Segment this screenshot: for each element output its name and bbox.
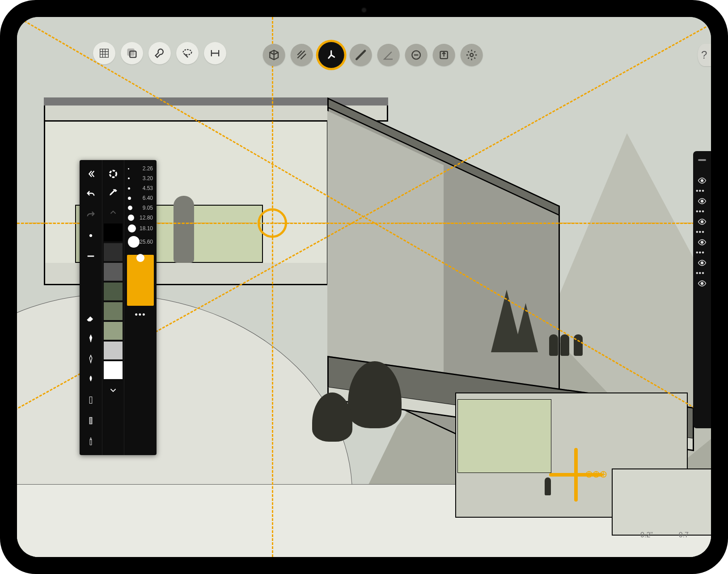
app-screen: ✈ xyxy=(17,17,711,557)
spacer xyxy=(82,288,100,306)
brush-size-label: 4.53 xyxy=(143,185,153,191)
grid-icon[interactable] xyxy=(93,42,115,64)
drag-handle-icon[interactable] xyxy=(698,159,706,161)
small-brush-icon[interactable] xyxy=(82,227,100,245)
tool-panel: 2.263.204.536.409.0512.8018.1025.60 ••• xyxy=(80,160,157,455)
vertical-guide[interactable] xyxy=(272,17,273,557)
brush-size-option[interactable]: 6.40 xyxy=(127,193,154,203)
layer-visibility-toggle[interactable] xyxy=(696,277,708,290)
svg-rect-7 xyxy=(89,397,92,404)
pencil-ruler-icon[interactable] xyxy=(350,44,372,66)
svg-point-15 xyxy=(701,262,703,264)
brush-size-option[interactable]: 3.20 xyxy=(127,173,154,183)
svg-point-12 xyxy=(701,200,703,203)
color-swatch[interactable] xyxy=(104,263,123,281)
pencil-tool-icon[interactable] xyxy=(82,432,100,450)
line-tool-icon[interactable] xyxy=(82,247,100,265)
wrench-icon[interactable] xyxy=(148,42,171,64)
vanishing-point-handle[interactable] xyxy=(258,208,287,238)
svg-rect-0 xyxy=(128,49,134,55)
color-swatch[interactable] xyxy=(104,342,123,359)
color-swatch[interactable] xyxy=(104,322,123,340)
svg-point-11 xyxy=(701,180,703,182)
brush-size-option[interactable]: 25.60 xyxy=(127,234,154,249)
layer-visibility-toggle[interactable] xyxy=(696,236,708,249)
redo-icon[interactable] xyxy=(82,206,100,224)
brush-size-label: 6.40 xyxy=(143,195,153,201)
brush-size-option[interactable]: 4.53 xyxy=(127,183,154,193)
help-icon[interactable]: ? xyxy=(698,44,711,66)
lasso-icon[interactable] xyxy=(176,42,199,64)
layer-options-icon[interactable]: ••• xyxy=(696,207,708,215)
svg-rect-8 xyxy=(89,418,92,424)
brush-size-label: 3.20 xyxy=(143,175,153,181)
brush-size-label: 18.10 xyxy=(140,225,153,232)
settings-icon[interactable] xyxy=(461,44,483,66)
view-cube-icon[interactable] xyxy=(263,44,285,66)
color-swatch[interactable] xyxy=(104,302,123,320)
layer-visibility-toggle[interactable] xyxy=(696,195,708,207)
svg-point-16 xyxy=(701,283,703,285)
layer-visibility-toggle[interactable] xyxy=(696,257,708,269)
brush-size-label: 9.05 xyxy=(143,205,153,211)
chevron-up-icon[interactable] xyxy=(104,203,122,221)
brush-size-option[interactable]: 18.10 xyxy=(127,223,154,234)
svg-point-13 xyxy=(701,221,703,223)
layer-options-icon[interactable]: ••• xyxy=(696,187,708,195)
spacer xyxy=(82,268,100,286)
help-button[interactable]: ? xyxy=(698,44,711,66)
layer-visibility-toggle[interactable] xyxy=(696,174,708,187)
svg-point-2 xyxy=(183,50,192,55)
angle-icon[interactable] xyxy=(377,44,400,66)
pen-b-icon[interactable] xyxy=(82,350,100,368)
circle-minus-icon[interactable] xyxy=(405,44,427,66)
svg-point-5 xyxy=(470,54,473,57)
color-swatch[interactable] xyxy=(104,224,123,241)
svg-point-6 xyxy=(89,234,92,237)
brush-ink-icon[interactable] xyxy=(82,371,100,388)
vp-marker-vertical[interactable] xyxy=(574,448,578,502)
pen-a-icon[interactable] xyxy=(82,329,100,347)
brush-size-option[interactable]: 9.05 xyxy=(127,203,154,213)
top-left-toolbar xyxy=(93,42,226,64)
layers-strip: ••••••••••••••• xyxy=(693,151,711,428)
marker-b-icon[interactable] xyxy=(82,412,100,430)
collapse-icon[interactable] xyxy=(82,165,100,183)
eraser-icon[interactable] xyxy=(82,309,100,327)
brush-size-option[interactable]: 12.80 xyxy=(127,213,154,223)
export-icon[interactable] xyxy=(433,44,455,66)
tablet-frame: ✈ xyxy=(0,0,728,574)
brush-size-label: 25.60 xyxy=(140,239,153,245)
svg-point-10 xyxy=(110,171,117,177)
human-silhouette xyxy=(174,196,194,263)
vp-marker-label: ⊕⊕⊕ xyxy=(585,468,606,480)
brush-size-label: 2.26 xyxy=(143,165,153,172)
color-ring-icon[interactable] xyxy=(104,165,122,183)
layer-options-icon[interactable]: ••• xyxy=(696,269,708,277)
eyedropper-icon[interactable] xyxy=(104,184,122,202)
ruler-tick-2: 0.7 xyxy=(679,531,689,539)
measure-icon[interactable] xyxy=(204,42,226,64)
layer-visibility-toggle[interactable] xyxy=(696,215,708,228)
layer-options-icon[interactable]: ••• xyxy=(696,249,708,257)
svg-point-14 xyxy=(701,241,703,244)
color-swatch[interactable] xyxy=(104,243,123,261)
layer-options-icon[interactable]: ••• xyxy=(696,228,708,236)
ruler-tick-1: 0.2" xyxy=(640,531,653,539)
undo-icon[interactable] xyxy=(82,186,100,203)
color-swatch[interactable] xyxy=(104,361,123,379)
time-icon[interactable] xyxy=(318,42,344,68)
more-options-icon[interactable]: ••• xyxy=(132,308,149,322)
brush-size-option[interactable]: 2.26 xyxy=(127,164,154,173)
color-swatch[interactable] xyxy=(104,283,123,300)
brush-size-label: 12.80 xyxy=(140,215,153,221)
marker-a-icon[interactable] xyxy=(82,391,100,409)
top-center-toolbar xyxy=(263,42,483,68)
brush-size-slider[interactable] xyxy=(127,255,154,306)
hatch-icon[interactable] xyxy=(291,44,313,66)
slider-thumb[interactable] xyxy=(136,254,144,262)
chevron-down-icon[interactable] xyxy=(104,381,122,399)
layers-icon[interactable] xyxy=(121,42,143,64)
